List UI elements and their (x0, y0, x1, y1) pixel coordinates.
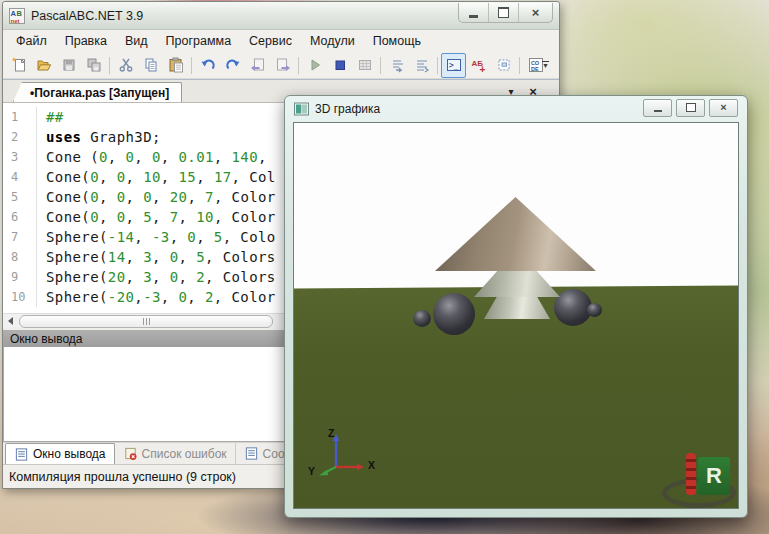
toolbar-separator (191, 57, 192, 74)
restore-button[interactable] (489, 3, 519, 22)
title-bar[interactable]: ABnet PascalABC.NET 3.9 × (3, 2, 559, 30)
scrollbar-thumb[interactable] (19, 315, 273, 328)
cut-button[interactable] (113, 53, 138, 78)
toolbar-overflow-button[interactable]: ▼ (539, 56, 552, 73)
undo-button[interactable] (195, 53, 220, 78)
code-text: Sphere(-14, -3, 0, 5, Colo (37, 227, 276, 247)
restore-icon (498, 7, 509, 18)
line-number: 3 (3, 147, 37, 167)
new-file-icon (11, 57, 27, 73)
graphics-3d-window: 3D графика × Z X Y (284, 95, 748, 518)
step-lines-icon (389, 57, 405, 73)
menu-item-3[interactable]: Программа (157, 32, 241, 50)
run-icon (307, 57, 323, 73)
line-number: 6 (3, 207, 37, 227)
minimize-icon (469, 15, 478, 18)
run-button[interactable] (302, 53, 327, 78)
line-number: 8 (3, 247, 37, 267)
line-number: 2 (3, 127, 37, 147)
editor-tab-label: •Поганка.pas [Запущен] (30, 86, 169, 100)
format-lines-button[interactable] (409, 53, 434, 78)
axis-x-label: X (368, 459, 375, 471)
line-number: 4 (3, 167, 37, 187)
graphics-window-title: 3D графика (315, 102, 380, 116)
open-file-button[interactable] (31, 53, 56, 78)
axis-y-label: Y (308, 465, 315, 477)
scene-3d-viewport[interactable]: Z X Y R (293, 122, 739, 509)
step-lines-button[interactable] (384, 53, 409, 78)
stop-icon (332, 57, 348, 73)
line-number: 9 (3, 267, 37, 287)
bottom-tab-0[interactable]: Окно вывода (5, 443, 115, 464)
toolbar: >_АБ+СОDE▼ (3, 52, 559, 79)
menu-item-5[interactable]: Модули (301, 32, 364, 50)
svg-text:DE: DE (531, 66, 539, 72)
stop-button[interactable] (327, 53, 352, 78)
menu-item-0[interactable]: Файл (7, 32, 56, 50)
menu-bar: ФайлПравкаВидПрограммаСервисМодулиПомощь (3, 30, 559, 52)
graphics-minimize-button[interactable] (643, 99, 672, 117)
scroll-left-arrow[interactable] (3, 314, 17, 327)
new-file-button[interactable] (6, 53, 31, 78)
minimize-button[interactable] (459, 3, 489, 22)
close-button[interactable]: × (519, 3, 552, 22)
pascalabc-app-icon: ABnet (9, 8, 25, 24)
menu-item-2[interactable]: Вид (116, 32, 157, 50)
toolbar-separator (437, 57, 438, 74)
paste-button[interactable] (163, 53, 188, 78)
nav-back-icon (250, 57, 266, 73)
window-title: PascalABC.NET 3.9 (31, 9, 143, 23)
code-text: Sphere(20, 3, 0, 2, Colors (37, 267, 276, 287)
svg-text:net: net (11, 17, 20, 23)
copy-button[interactable] (138, 53, 163, 78)
line-number: 5 (3, 187, 37, 207)
copy-icon (143, 57, 159, 73)
code-text: Cone (0, 0, 0, 0.01, 140, (37, 147, 267, 167)
sphere-left-large (433, 293, 475, 335)
nav-forward-button[interactable] (270, 53, 295, 78)
graphics-restore-button[interactable] (676, 99, 705, 117)
svg-text:>_: >_ (449, 61, 459, 70)
code-text: Cone(0, 0, 0, 20, 7, Color (37, 187, 276, 207)
cut-icon (118, 57, 134, 73)
menu-item-4[interactable]: Сервис (240, 32, 301, 50)
graphics-window-icon (294, 102, 309, 116)
compile-form-icon (357, 57, 373, 73)
save-file-icon (61, 57, 77, 73)
line-number: 10 (3, 287, 37, 307)
axis-indicator: Z X Y (308, 429, 380, 481)
graphics-caption-buttons: × (643, 99, 738, 117)
compile-form-button[interactable] (352, 53, 377, 78)
output-doc-icon (14, 447, 29, 462)
graphics-close-button[interactable]: × (709, 99, 738, 117)
close-icon: × (720, 102, 726, 113)
caption-buttons: × (458, 3, 553, 23)
menu-item-1[interactable]: Правка (56, 32, 116, 50)
toolbar-separator (519, 57, 520, 74)
line-number: 1 (3, 107, 37, 127)
save-file-button[interactable] (56, 53, 81, 78)
sphere-right-small (587, 303, 602, 317)
form-designer-icon (496, 57, 512, 73)
format-lines-icon (414, 57, 430, 73)
form-designer-button[interactable] (491, 53, 516, 78)
redo-button[interactable] (220, 53, 245, 78)
mushroom-cap-cone (435, 197, 596, 271)
intellisense-button[interactable]: АБ+ (466, 53, 491, 78)
nav-back-button[interactable] (245, 53, 270, 78)
code-text: Sphere(14, 3, 0, 5, Colors (37, 247, 276, 267)
renderer-logo-bar (686, 453, 696, 495)
editor-tab[interactable]: •Поганка.pas [Запущен] (13, 82, 182, 102)
error-list-icon (123, 446, 138, 461)
code-text: uses Graph3D; (37, 127, 161, 147)
code-text: Cone(0, 0, 10, 15, 17, Col (37, 167, 276, 187)
axis-z-label: Z (328, 427, 334, 439)
console-toggle-icon: >_ (446, 57, 462, 73)
sphere-left-small (413, 310, 431, 327)
menu-item-6[interactable]: Помощь (364, 32, 430, 50)
toolbar-separator (380, 57, 381, 74)
save-all-button[interactable] (81, 53, 106, 78)
bottom-tab-1[interactable]: Список ошибок (115, 443, 236, 464)
console-toggle-button[interactable]: >_ (441, 53, 466, 78)
graphics-title-bar[interactable]: 3D графика × (285, 96, 747, 121)
